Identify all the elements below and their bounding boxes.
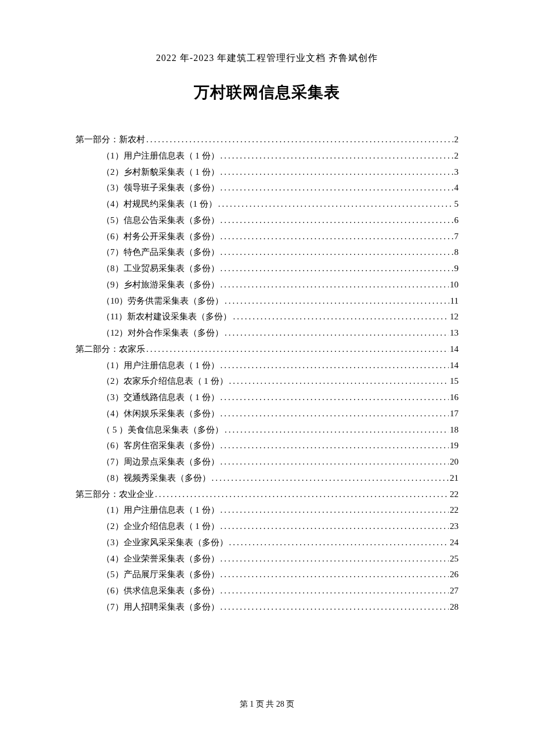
toc-entry-label: （7）周边景点采集表（多份）: [102, 454, 219, 470]
page-footer: 第 1 页 共 28 页: [0, 699, 534, 710]
toc-entry: 第一部分：新农村2: [75, 132, 459, 148]
toc-entry-page: 7: [454, 229, 459, 245]
toc-entry: （ 5 ）美食信息采集表（多份）18: [75, 422, 459, 438]
toc-entry: （8）工业贸易采集表（多份）9: [75, 261, 459, 277]
toc-entry-label: （2）乡村新貌采集表（ 1 份）: [102, 164, 219, 181]
toc-leader-dots: [221, 406, 449, 422]
toc-entry: （3）交通线路信息表（ 1 份）16: [75, 390, 459, 406]
toc-entry-label: （5）产品展厅采集表（多份）: [102, 567, 219, 583]
toc-entry-label: （2）企业介绍信息表（ 1 份）: [102, 519, 219, 535]
toc-entry-page: 16: [450, 390, 459, 406]
toc-entry-label: （6）村务公开采集表（多份）: [102, 229, 219, 245]
toc-entry: （6）供求信息采集表（多份）27: [75, 583, 459, 599]
toc-entry-label: 第二部分：农家乐: [75, 341, 145, 358]
toc-entry: （7）特色产品采集表（多份）8: [75, 244, 459, 261]
toc-entry-page: 23: [450, 519, 459, 535]
toc-entry-label: （11）新农村建设采集表（多份）: [102, 309, 232, 325]
toc-entry-page: 27: [450, 583, 459, 599]
toc-leader-dots: [221, 390, 449, 406]
toc-entry: （2）乡村新貌采集表（ 1 份）3: [75, 164, 459, 181]
toc-entry-label: （6）供求信息采集表（多份）: [102, 583, 219, 599]
toc-entry-label: （3）企业家风采采集表（多份）: [102, 535, 228, 551]
toc-entry-label: （4）企业荣誉采集表（多份）: [102, 551, 219, 567]
toc-entry-page: 2: [454, 148, 459, 164]
document-header: 2022 年-2023 年建筑工程管理行业文档 齐鲁斌创作: [75, 52, 459, 64]
toc-entry: （5）产品展厅采集表（多份）26: [75, 567, 459, 583]
toc-entry: （11）新农村建设采集表（多份）12: [75, 309, 459, 325]
toc-entry-page: 18: [450, 422, 459, 438]
toc-entry-label: （2）农家乐介绍信息表（ 1 份）: [102, 373, 228, 390]
toc-entry: （7）用人招聘采集表（多份）28: [75, 599, 459, 615]
toc-entry: （8）视频秀采集表（多份）21: [75, 470, 459, 487]
toc-entry: 第二部分：农家乐14: [75, 341, 459, 358]
toc-entry: 第三部分：农业企业22: [75, 487, 459, 503]
toc-entry-page: 6: [454, 213, 459, 229]
toc-leader-dots: [225, 325, 449, 341]
toc-entry: （1）用户注册信息表（ 1 份）22: [75, 502, 459, 519]
table-of-contents: 第一部分：新农村2（1）用户注册信息表（ 1 份）2（2）乡村新貌采集表（ 1 …: [75, 132, 459, 615]
toc-entry-page: 22: [450, 487, 459, 503]
toc-entry: （2）企业介绍信息表（ 1 份）23: [75, 519, 459, 535]
toc-entry-label: （1）用户注册信息表（ 1 份）: [102, 148, 219, 164]
toc-entry-page: 19: [450, 438, 459, 454]
toc-entry: （3）企业家风采采集表（多份）24: [75, 535, 459, 551]
toc-entry-page: 12: [450, 309, 459, 325]
toc-entry-page: 3: [454, 164, 459, 181]
toc-leader-dots: [233, 309, 449, 325]
toc-leader-dots: [221, 213, 453, 229]
toc-leader-dots: [221, 551, 449, 567]
toc-entry-label: （8）视频秀采集表（多份）: [102, 470, 211, 487]
toc-entry: （12）对外合作采集表（多份）13: [75, 325, 459, 341]
toc-entry: （3）领导班子采集表（多份）4: [75, 180, 459, 196]
toc-entry: （1）用户注册信息表（ 1 份）14: [75, 358, 459, 374]
toc-entry-page: 5: [454, 196, 459, 213]
toc-entry-label: （5）信息公告采集表（多份）: [102, 213, 219, 229]
toc-entry-label: （1）用户注册信息表（ 1 份）: [102, 358, 219, 374]
toc-leader-dots: [221, 358, 449, 374]
toc-entry-page: 21: [450, 470, 459, 487]
toc-entry-page: 14: [450, 358, 459, 374]
toc-entry-label: 第三部分：农业企业: [75, 487, 154, 503]
toc-entry-page: 14: [450, 341, 459, 358]
toc-leader-dots: [221, 244, 453, 261]
toc-entry: （6）村务公开采集表（多份）7: [75, 229, 459, 245]
toc-leader-dots: [146, 341, 449, 358]
toc-entry-page: 13: [450, 325, 459, 341]
toc-leader-dots: [229, 535, 449, 551]
toc-leader-dots: [221, 599, 449, 615]
toc-entry: （7）周边景点采集表（多份）20: [75, 454, 459, 470]
toc-leader-dots: [229, 373, 449, 390]
toc-entry: （5）信息公告采集表（多份）6: [75, 213, 459, 229]
toc-leader-dots: [221, 277, 449, 293]
toc-entry-page: 20: [450, 454, 459, 470]
toc-entry-label: （4）村规民约采集表（1 份）: [102, 196, 217, 213]
toc-leader-dots: [221, 438, 449, 454]
toc-entry-label: （10）劳务供需采集表（多份）: [102, 293, 223, 309]
toc-leader-dots: [221, 229, 453, 245]
toc-entry-page: 25: [450, 551, 459, 567]
toc-entry: （4）村规民约采集表（1 份）5: [75, 196, 459, 213]
toc-entry-page: 10: [450, 277, 459, 293]
page-container: 2022 年-2023 年建筑工程管理行业文档 齐鲁斌创作 万村联网信息采集表 …: [0, 0, 534, 615]
toc-leader-dots: [221, 519, 449, 535]
toc-entry-label: （3）交通线路信息表（ 1 份）: [102, 390, 219, 406]
toc-leader-dots: [225, 293, 449, 309]
toc-entry: （10）劳务供需采集表（多份）11: [75, 293, 459, 309]
toc-entry: （4）休闲娱乐采集表（多份）17: [75, 406, 459, 422]
toc-entry: （4）企业荣誉采集表（多份）25: [75, 551, 459, 567]
toc-leader-dots: [221, 454, 449, 470]
toc-entry-label: （3）领导班子采集表（多份）: [102, 180, 219, 196]
toc-leader-dots: [221, 261, 453, 277]
toc-entry-page: 22: [450, 502, 459, 519]
toc-leader-dots: [218, 196, 453, 213]
toc-entry-label: （4）休闲娱乐采集表（多份）: [102, 406, 219, 422]
toc-entry: （6）客房住宿采集表（多份）19: [75, 438, 459, 454]
toc-entry-label: （8）工业贸易采集表（多份）: [102, 261, 219, 277]
toc-entry-page: 8: [454, 244, 459, 261]
toc-entry-label: （12）对外合作采集表（多份）: [102, 325, 223, 341]
toc-leader-dots: [155, 487, 449, 503]
toc-entry-label: （1）用户注册信息表（ 1 份）: [102, 502, 219, 519]
toc-leader-dots: [221, 164, 453, 181]
toc-entry-page: 11: [450, 293, 459, 309]
toc-entry-page: 9: [454, 261, 459, 277]
